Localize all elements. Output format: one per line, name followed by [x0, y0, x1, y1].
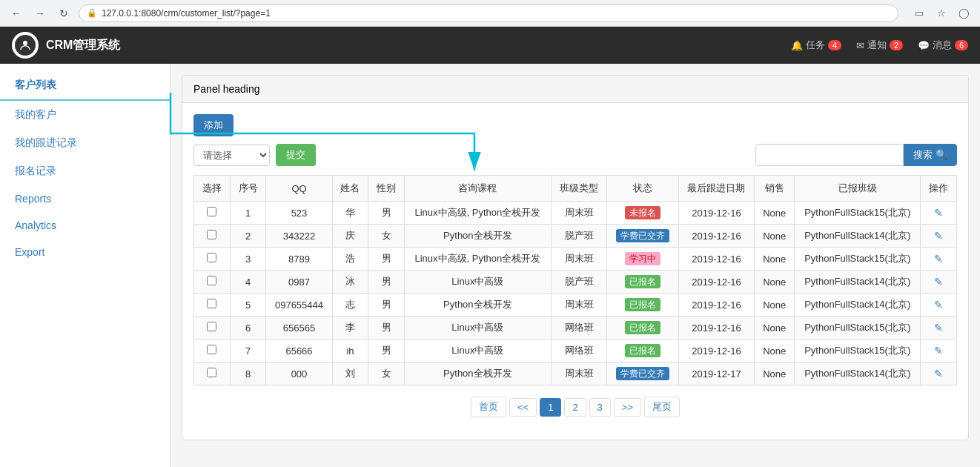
cell-id: 4	[230, 271, 266, 294]
cell-enrolled: PythonFullStack14(北京)	[795, 294, 921, 317]
search-group: 搜索 🔍	[755, 144, 957, 166]
cell-course: Python全栈开发	[405, 362, 552, 385]
cell-class-type: 脱产班	[551, 271, 607, 294]
row-checkbox[interactable]	[207, 253, 216, 262]
col-sales: 销售	[755, 176, 795, 202]
panel: Panel heading 添加 请选择 未报名 已报名 学习中 学费已交齐 提…	[182, 75, 969, 440]
table-header-row: 选择 序号 QQ 姓名 性别 咨询课程 班级类型 状态 最后跟进日期 销售 已报…	[194, 176, 957, 202]
row-checkbox[interactable]	[207, 299, 216, 308]
cell-gender: 男	[368, 248, 405, 271]
row-checkbox[interactable]	[207, 322, 216, 331]
edit-button[interactable]: ✎	[934, 368, 943, 380]
next-page-button[interactable]: >>	[614, 398, 641, 417]
filter-select[interactable]: 请选择 未报名 已报名 学习中 学费已交齐	[193, 145, 270, 166]
sidebar-item-reports[interactable]: Reports	[0, 185, 170, 212]
last-page-button[interactable]: 尾页	[644, 397, 680, 417]
profile-icon[interactable]: ◯	[955, 4, 973, 22]
cell-status: 已报名	[607, 340, 678, 362]
sidebar-item-my-followup[interactable]: 我的跟进记录	[0, 129, 170, 157]
forward-button[interactable]: →	[31, 4, 49, 22]
sidebar-item-analytics[interactable]: Analytics	[0, 212, 170, 239]
table-row: 6 656565 李 男 Linux中高级 网络班 已报名 2019-12-16…	[194, 317, 957, 340]
sidebar-item-my-customers[interactable]: 我的客户	[0, 101, 170, 129]
row-checkbox[interactable]	[207, 207, 216, 216]
row-checkbox[interactable]	[207, 368, 216, 377]
cell-enrolled: PythonFullStack14(北京)	[795, 271, 921, 294]
cell-class-type: 周末班	[551, 202, 607, 225]
col-action: 操作	[921, 176, 957, 202]
cell-course: Linux中高级	[405, 340, 552, 362]
edit-button[interactable]: ✎	[934, 230, 943, 242]
cast-icon[interactable]: ▭	[910, 4, 928, 22]
cell-last-date: 2019-12-16	[678, 271, 755, 294]
tasks-badge: 4	[828, 40, 841, 50]
edit-button[interactable]: ✎	[934, 253, 943, 265]
cell-class-type: 周末班	[551, 294, 607, 317]
cell-action: ✎	[921, 271, 957, 294]
address-bar[interactable]: 🔒 127.0.0.1:8080/crm/customer_list/?page…	[79, 4, 898, 22]
page-2-button[interactable]: 2	[564, 398, 586, 417]
cell-class-type: 网络班	[551, 340, 607, 362]
search-input[interactable]	[755, 144, 904, 166]
sidebar-item-export[interactable]: Export	[0, 239, 170, 265]
cell-qq: 097655444	[266, 294, 332, 317]
table-row: 2 343222 庆 女 Python全栈开发 脱产班 学费已交齐 2019-1…	[194, 225, 957, 248]
cell-id: 2	[230, 225, 266, 248]
panel-body: 添加 请选择 未报名 已报名 学习中 学费已交齐 提交 搜索 🔍	[182, 103, 968, 440]
cell-gender: 男	[368, 271, 405, 294]
col-course: 咨询课程	[405, 176, 552, 202]
cell-id: 5	[230, 294, 266, 317]
cell-qq: 656565	[266, 317, 332, 340]
cell-id: 1	[230, 202, 266, 225]
col-class-type: 班级类型	[551, 176, 607, 202]
col-id: 序号	[230, 176, 266, 202]
cell-id: 3	[230, 248, 266, 271]
table-row: 3 8789 浩 男 Linux中高级, Python全栈开发 周末班 学习中 …	[194, 248, 957, 271]
lock-icon: 🔒	[87, 8, 97, 18]
cell-action: ✎	[921, 362, 957, 385]
edit-button[interactable]: ✎	[934, 322, 943, 334]
page-1-button[interactable]: 1	[540, 398, 561, 417]
row-checkbox[interactable]	[207, 345, 216, 354]
row-checkbox[interactable]	[207, 276, 216, 285]
cell-qq: 0987	[266, 271, 332, 294]
cell-course: Python全栈开发	[405, 225, 552, 248]
mail-icon: ✉	[856, 40, 864, 51]
search-button[interactable]: 搜索 🔍	[904, 144, 957, 166]
notifications-button[interactable]: ✉ 通知 2	[856, 39, 903, 52]
cell-status: 学费已交齐	[607, 362, 678, 385]
table-row: 5 097655444 志 男 Python全栈开发 周末班 已报名 2019-…	[194, 294, 957, 317]
tasks-button[interactable]: 🔔 任务 4	[791, 39, 841, 52]
submit-button[interactable]: 提交	[276, 144, 316, 166]
edit-button[interactable]: ✎	[934, 299, 943, 311]
cell-status: 学费已交齐	[607, 225, 678, 248]
bookmark-icon[interactable]: ☆	[933, 4, 950, 22]
panel-heading: Panel heading	[182, 76, 968, 103]
edit-button[interactable]: ✎	[934, 207, 943, 219]
sidebar-item-customer-list[interactable]: 客户列表	[0, 71, 170, 101]
cell-id: 8	[230, 362, 266, 385]
first-page-button[interactable]: 首页	[471, 397, 506, 417]
cell-sales: None	[755, 248, 795, 271]
content-area: Panel heading 添加 请选择 未报名 已报名 学习中 学费已交齐 提…	[170, 64, 980, 467]
cell-qq: 65666	[266, 340, 332, 362]
page-3-button[interactable]: 3	[589, 398, 611, 417]
cell-status: 已报名	[607, 294, 678, 317]
cell-qq: 343222	[266, 225, 332, 248]
sidebar-item-enrollment[interactable]: 报名记录	[0, 157, 170, 185]
edit-button[interactable]: ✎	[934, 345, 943, 357]
prev-page-button[interactable]: <<	[509, 398, 537, 417]
col-last-date: 最后跟进日期	[678, 176, 755, 202]
messages-button[interactable]: 💬 消息 6	[918, 39, 968, 52]
add-button[interactable]: 添加	[193, 114, 234, 136]
table-row: 4 0987 冰 男 Linux中高级 脱产班 已报名 2019-12-16 N…	[194, 271, 957, 294]
cell-last-date: 2019-12-16	[678, 294, 755, 317]
edit-button[interactable]: ✎	[934, 276, 943, 288]
row-checkbox[interactable]	[207, 230, 216, 239]
notifications-label: 通知	[867, 39, 887, 52]
reload-button[interactable]: ↻	[55, 4, 73, 22]
back-button[interactable]: ←	[7, 4, 25, 22]
cell-name: 浩	[332, 248, 368, 271]
cell-name: 李	[332, 317, 368, 340]
cell-status: 学习中	[607, 248, 678, 271]
